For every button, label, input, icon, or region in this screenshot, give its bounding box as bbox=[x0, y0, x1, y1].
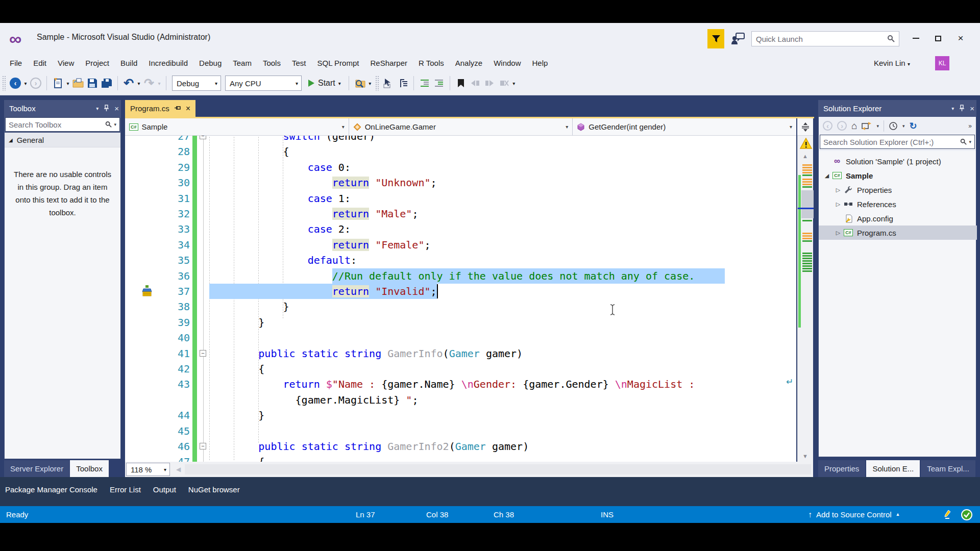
zoom-select[interactable]: 118 %▾ bbox=[126, 463, 170, 476]
code-line-34[interactable]: 34 return "Female"; bbox=[125, 237, 796, 253]
prev-bookmark-icon[interactable] bbox=[468, 76, 482, 91]
add-to-source-control[interactable]: ↑ Add to Source Control ▲ bbox=[808, 506, 900, 523]
copy-structure-icon[interactable] bbox=[396, 76, 410, 91]
toolbar-overflow-1[interactable]: ▾ bbox=[367, 81, 373, 86]
code-line-30[interactable]: 30 return "Unknown"; bbox=[125, 175, 796, 190]
menu-incredibuild[interactable]: Incredibuild bbox=[143, 55, 193, 71]
start-button[interactable]: Start▾ bbox=[308, 79, 341, 88]
se-search-input[interactable]: Search Solution Explorer (Ctrl+;) ▾ bbox=[820, 135, 975, 149]
code-line-32[interactable]: 32 return "Male"; bbox=[125, 206, 796, 221]
menu-view[interactable]: View bbox=[52, 55, 80, 71]
bottom-tab-package-manager-console[interactable]: Package Manager Console bbox=[5, 485, 97, 494]
collapsed-arrow-icon[interactable]: ▷ bbox=[834, 230, 842, 236]
tree-item-solution-sample-1-project-[interactable]: ∞Solution 'Sample' (1 project) bbox=[819, 154, 977, 168]
new-file-icon[interactable] bbox=[51, 76, 65, 91]
toolbar-grip-2[interactable] bbox=[375, 76, 379, 91]
se-sync-icon[interactable] bbox=[862, 121, 872, 131]
menu-test[interactable]: Test bbox=[286, 55, 312, 71]
dock-tab-solution-e-[interactable]: Solution E... bbox=[866, 460, 920, 477]
clear-bookmarks-icon[interactable] bbox=[497, 76, 511, 91]
quick-launch-input[interactable]: Quick Launch bbox=[751, 31, 899, 46]
menu-file[interactable]: File bbox=[4, 55, 28, 71]
tree-item-app-config[interactable]: App.config bbox=[819, 211, 977, 226]
platform-select[interactable]: Any CPU▾ bbox=[225, 76, 302, 91]
se-pending-changes-icon[interactable] bbox=[889, 121, 898, 131]
tree-item-program-cs[interactable]: ▷C#Program.cs bbox=[819, 226, 977, 240]
redo-icon[interactable]: ↷ bbox=[142, 76, 156, 91]
project-dropdown[interactable]: C# Sample▾ bbox=[125, 118, 349, 135]
outlining-collapse-box[interactable]: − bbox=[200, 350, 206, 357]
redo-dropdown[interactable]: ▾ bbox=[156, 81, 162, 86]
save-all-icon[interactable] bbox=[100, 76, 114, 91]
code-line-42[interactable]: 42 { bbox=[125, 361, 796, 377]
menu-build[interactable]: Build bbox=[115, 55, 143, 71]
code-editor[interactable]: 27− switch (gender)28 {29 case 0:30 retu… bbox=[125, 136, 796, 462]
code-line-27[interactable]: 27− switch (gender) bbox=[125, 136, 796, 144]
resharper-status-warning-icon[interactable] bbox=[800, 138, 812, 149]
build-success-icon[interactable] bbox=[961, 509, 973, 521]
code-line-wrap[interactable]: {gamer.MagicList} "; bbox=[125, 392, 796, 408]
bottom-tab-output[interactable]: Output bbox=[153, 485, 176, 494]
code-line-35[interactable]: 35 default: bbox=[125, 253, 796, 268]
code-line-38[interactable]: 38 } bbox=[125, 299, 796, 314]
scroll-down-arrow[interactable]: ▼ bbox=[802, 453, 808, 459]
code-line-31[interactable]: 31 case 1: bbox=[125, 191, 796, 206]
menu-team[interactable]: Team bbox=[227, 55, 257, 71]
member-dropdown[interactable]: GetGender(int gender)▾ bbox=[573, 118, 796, 135]
bottom-tab-error-list[interactable]: Error List bbox=[110, 485, 141, 494]
navigate-forward-button[interactable]: › bbox=[29, 76, 43, 91]
code-line-28[interactable]: 28 { bbox=[125, 144, 796, 159]
menu-tools[interactable]: Tools bbox=[257, 55, 286, 71]
code-line-45[interactable]: 45 bbox=[125, 423, 796, 439]
se-menu-dropdown[interactable]: ▾ bbox=[951, 106, 954, 111]
configuration-select[interactable]: Debug▾ bbox=[172, 76, 221, 91]
collapsed-arrow-icon[interactable]: ▷ bbox=[834, 187, 842, 193]
se-back-icon[interactable]: ‹ bbox=[823, 121, 832, 131]
open-file-icon[interactable] bbox=[71, 76, 85, 91]
code-line-39[interactable]: 39 } bbox=[125, 315, 796, 330]
find-in-files-icon[interactable] bbox=[353, 76, 367, 91]
new-file-dropdown[interactable]: ▾ bbox=[65, 81, 71, 86]
hscroll-left-arrow[interactable]: ◀ bbox=[176, 466, 181, 473]
tree-item-sample[interactable]: ◢C#Sample bbox=[819, 168, 977, 183]
se-close-icon[interactable]: × bbox=[970, 104, 974, 113]
outlining-collapse-box[interactable]: − bbox=[200, 443, 206, 449]
tree-item-properties[interactable]: ▷Properties bbox=[819, 183, 977, 197]
se-overflow-icon[interactable]: » bbox=[968, 122, 972, 130]
se-sync-dropdown[interactable]: ▾ bbox=[876, 123, 879, 129]
navigate-back-dropdown[interactable]: ▾ bbox=[22, 81, 29, 86]
save-icon[interactable] bbox=[85, 76, 100, 91]
undo-dropdown[interactable]: ▾ bbox=[136, 81, 142, 86]
se-pin-icon[interactable] bbox=[959, 105, 965, 112]
filter-icon[interactable] bbox=[707, 29, 724, 48]
se-forward-icon[interactable]: › bbox=[837, 121, 847, 131]
code-cleanup-broom-icon[interactable] bbox=[141, 285, 153, 298]
select-container-icon[interactable] bbox=[381, 76, 396, 91]
code-line-43[interactable]: 43 return $"Name : {gamer.Name} \nGender… bbox=[125, 377, 796, 392]
toolbox-close-icon[interactable]: × bbox=[114, 104, 119, 113]
feedback-pencil-icon[interactable] bbox=[943, 510, 951, 519]
close-button[interactable]: × bbox=[949, 30, 972, 46]
navigate-back-button[interactable]: ‹ bbox=[8, 76, 22, 91]
code-line-29[interactable]: 29 case 0: bbox=[125, 160, 796, 175]
code-line-37[interactable]: 37 return "Invalid"; bbox=[125, 284, 796, 299]
menu-resharper[interactable]: ReSharper bbox=[364, 55, 413, 71]
horizontal-scrollbar[interactable] bbox=[185, 464, 811, 474]
dock-tab-server-explorer[interactable]: Server Explorer bbox=[4, 460, 69, 477]
collapsed-arrow-icon[interactable]: ▷ bbox=[834, 201, 842, 208]
menu-r-tools[interactable]: R Tools bbox=[413, 55, 450, 71]
feedback-icon[interactable] bbox=[731, 32, 745, 45]
vertical-scrollbar[interactable]: ▲ ▼ bbox=[797, 136, 813, 462]
expanded-arrow-icon[interactable]: ◢ bbox=[823, 172, 831, 179]
tab-close-icon[interactable]: × bbox=[186, 104, 190, 113]
menu-sql-prompt[interactable]: SQL Prompt bbox=[311, 55, 364, 71]
dock-tab-properties[interactable]: Properties bbox=[818, 460, 865, 477]
user-name[interactable]: Kevin Lin ▾ bbox=[874, 55, 910, 72]
toolbox-search-input[interactable]: Search Toolbox ▾ bbox=[5, 117, 120, 132]
se-refresh-icon[interactable]: ↻ bbox=[910, 120, 917, 132]
menu-window[interactable]: Window bbox=[488, 55, 526, 71]
toolbar-overflow-2[interactable]: ▾ bbox=[511, 81, 517, 86]
code-line-44[interactable]: 44 } bbox=[125, 408, 796, 423]
maximize-button[interactable] bbox=[927, 30, 949, 46]
bookmark-icon[interactable] bbox=[454, 76, 468, 91]
